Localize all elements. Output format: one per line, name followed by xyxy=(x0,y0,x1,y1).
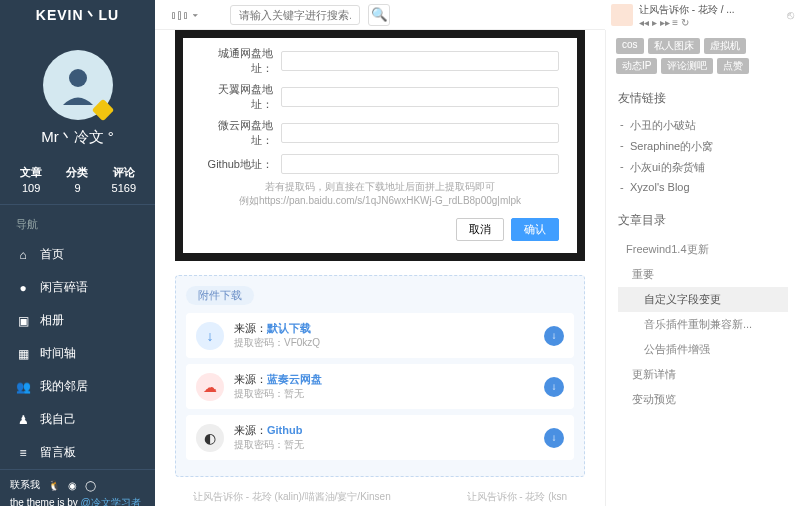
toc-item[interactable]: 重要 xyxy=(618,262,788,287)
nav-label: 我自己 xyxy=(40,411,76,428)
home-icon: ⌂ xyxy=(16,248,30,262)
weiyun-input[interactable] xyxy=(281,123,559,143)
nav-home[interactable]: ⌂首页 xyxy=(0,238,155,271)
ctfile-input[interactable] xyxy=(281,51,559,71)
chart-dropdown[interactable]: ⫾⫿⫾ ▾ xyxy=(165,8,204,22)
site-logo[interactable]: KEVIN丶LU xyxy=(0,0,155,30)
tag[interactable]: 私人图床 xyxy=(648,38,700,54)
image-icon: ▣ xyxy=(16,314,30,328)
nav-talk[interactable]: ●闲言碎语 xyxy=(0,271,155,304)
tag[interactable]: 评论测吧 xyxy=(661,58,713,74)
attachment-item: ◐ 来源：Github提取密码：暂无 ↓ xyxy=(186,415,574,460)
users-icon: 👥 xyxy=(16,380,30,394)
footer-contact-label: 联系我 xyxy=(10,478,40,492)
nav-guestbook[interactable]: ≡留言板 xyxy=(0,436,155,469)
github-input[interactable] xyxy=(281,154,559,174)
stat-articles[interactable]: 文章109 xyxy=(8,165,54,194)
avatar[interactable] xyxy=(43,50,113,120)
nav-timeline[interactable]: ▦时间轴 xyxy=(0,337,155,370)
github-icon: ◐ xyxy=(196,424,224,452)
nav-label: 首页 xyxy=(40,246,64,263)
search-icon: 🔍 xyxy=(371,7,388,22)
field-label: 城通网盘地址： xyxy=(201,46,281,76)
download-modal: 城通网盘地址： 天翼网盘地址： 微云网盘地址： Github地址： 若有提取码，… xyxy=(183,38,577,253)
field-label: 微云网盘地址： xyxy=(201,118,281,148)
download-button[interactable]: ↓ xyxy=(544,377,564,397)
now-playing-1: 让风告诉你 - 花玲 (kalin)/喵酱油/宴宁/Kinsen xyxy=(193,490,391,504)
nav-label: 我的邻居 xyxy=(40,378,88,395)
now-playing-2: 让风告诉你 - 花玲 (ksn xyxy=(467,490,568,504)
player-track-title: 让风告诉你 - 花玲 / ... xyxy=(639,3,781,17)
tianyi-input[interactable] xyxy=(281,87,559,107)
player-cover[interactable] xyxy=(611,4,633,26)
nav-album[interactable]: ▣相册 xyxy=(0,304,155,337)
download-button[interactable]: ↓ xyxy=(544,326,564,346)
footer-theme-text: the theme is by xyxy=(10,497,81,506)
field-label: Github地址： xyxy=(201,157,281,172)
logout-icon[interactable]: ⎋ xyxy=(787,8,794,22)
nav-label: 相册 xyxy=(40,312,64,329)
footer-theme-link[interactable]: @冷文学习者 xyxy=(81,497,141,506)
username: Mr丶冷文 ° xyxy=(0,128,155,147)
attachments-title: 附件下载 xyxy=(186,286,254,305)
nav-self[interactable]: ♟我自己 xyxy=(0,403,155,436)
friend-link[interactable]: 小灰ui的杂货铺 xyxy=(618,157,788,178)
nav-label: 留言板 xyxy=(40,444,76,461)
qq-icon[interactable]: 🐧 xyxy=(48,480,60,491)
stat-comments[interactable]: 评论5169 xyxy=(101,165,147,194)
friend-link[interactable]: Seraphine的小窝 xyxy=(618,136,788,157)
download-button[interactable]: ↓ xyxy=(544,428,564,448)
weibo-icon[interactable]: ◉ xyxy=(68,480,77,491)
toc-item[interactable]: 自定义字段变更 xyxy=(618,287,788,312)
tag[interactable]: cos xyxy=(616,38,644,54)
nav-section-title: 导航 xyxy=(0,205,155,238)
modal-hint: 若有提取码，则直接在下载地址后面拼上提取码即可例如https://pan.bai… xyxy=(201,180,559,208)
cancel-button[interactable]: 取消 xyxy=(456,218,504,241)
toc-heading: 文章目录 xyxy=(618,212,788,229)
tag[interactable]: 动态IP xyxy=(616,58,657,74)
attachment-item: ☁ 来源：蓝奏云网盘提取密码：暂无 ↓ xyxy=(186,364,574,409)
confirm-button[interactable]: 确认 xyxy=(511,218,559,241)
toc-item[interactable]: 更新详情 xyxy=(618,362,788,387)
friend-link[interactable]: 小丑的小破站 xyxy=(618,115,788,136)
user-icon: ♟ xyxy=(16,413,30,427)
note-icon: ≡ xyxy=(16,446,30,460)
player-controls[interactable]: ◂◂ ▸ ▸▸ ≡ ↻ xyxy=(639,17,781,28)
github-icon[interactable]: ◯ xyxy=(85,480,96,491)
toc-item[interactable]: 公告插件增强 xyxy=(618,337,788,362)
attachment-item: ↓ 来源：默认下载提取密码：VF0kzQ ↓ xyxy=(186,313,574,358)
stat-categories[interactable]: 分类9 xyxy=(54,165,100,194)
attachments-card: 附件下载 ↓ 来源：默认下载提取密码：VF0kzQ ↓ ☁ 来源：蓝奏云网盘提取… xyxy=(175,275,585,477)
tag[interactable]: 虚拟机 xyxy=(704,38,746,54)
nav-neighbors[interactable]: 👥我的邻居 xyxy=(0,370,155,403)
links-heading: 友情链接 xyxy=(618,90,788,107)
chat-icon: ● xyxy=(16,281,30,295)
search-button[interactable]: 🔍 xyxy=(368,4,390,26)
nav-label: 闲言碎语 xyxy=(40,279,88,296)
toc-item[interactable]: Freewind1.4更新 xyxy=(618,237,788,262)
toc-item[interactable]: 音乐插件重制兼容新... xyxy=(618,312,788,337)
toc-item[interactable]: 变动预览 xyxy=(618,387,788,412)
search-input[interactable] xyxy=(230,5,360,25)
calendar-icon: ▦ xyxy=(16,347,30,361)
friend-link[interactable]: Xyzol's Blog xyxy=(618,178,788,196)
nav-label: 时间轴 xyxy=(40,345,76,362)
cloud-icon: ☁ xyxy=(196,373,224,401)
download-icon: ↓ xyxy=(196,322,224,350)
field-label: 天翼网盘地址： xyxy=(201,82,281,112)
svg-point-0 xyxy=(69,69,87,87)
tag[interactable]: 点赞 xyxy=(717,58,749,74)
